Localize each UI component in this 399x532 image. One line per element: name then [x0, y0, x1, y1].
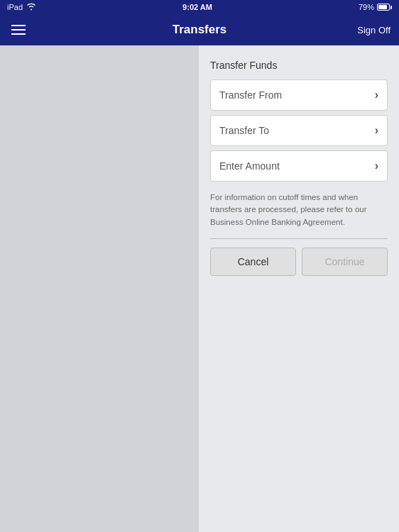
chevron-right-icon: ›: [375, 124, 378, 137]
enter-amount-field[interactable]: Enter Amount ›: [210, 150, 388, 182]
wifi-icon: [26, 3, 36, 12]
section-title: Transfer Funds: [210, 60, 388, 71]
info-text: For information on cutoff times and when…: [210, 192, 388, 228]
status-right: 79%: [359, 3, 392, 11]
hamburger-line-3: [11, 33, 26, 35]
divider: [210, 238, 388, 239]
hamburger-line-2: [11, 29, 26, 31]
chevron-right-icon: ›: [375, 160, 378, 172]
main-layout: Transfer Funds Transfer From › Transfer …: [0, 45, 399, 532]
continue-button[interactable]: Continue: [302, 248, 388, 276]
status-left: iPad: [7, 3, 36, 12]
hamburger-line-1: [11, 25, 26, 26]
sidebar: [0, 45, 199, 532]
enter-amount-label: Enter Amount: [219, 160, 280, 172]
transfer-from-field[interactable]: Transfer From ›: [210, 79, 388, 111]
device-label: iPad: [7, 3, 23, 11]
content-area: Transfer Funds Transfer From › Transfer …: [199, 45, 399, 532]
menu-button[interactable]: [9, 22, 28, 38]
status-time: 9:02 AM: [182, 3, 212, 11]
button-row: Cancel Continue: [210, 248, 388, 276]
transfer-to-label: Transfer To: [219, 125, 269, 136]
transfer-from-label: Transfer From: [219, 89, 282, 101]
cancel-button[interactable]: Cancel: [210, 248, 296, 276]
battery-pct-label: 79%: [359, 3, 374, 11]
battery-icon: [377, 4, 392, 11]
nav-bar: Transfers Sign Off: [0, 14, 399, 45]
sign-off-button[interactable]: Sign Off: [357, 25, 390, 35]
transfer-to-field[interactable]: Transfer To ›: [210, 115, 388, 146]
chevron-right-icon: ›: [375, 89, 378, 101]
page-title: Transfers: [173, 23, 227, 37]
status-bar: iPad 9:02 AM 79%: [0, 0, 399, 14]
